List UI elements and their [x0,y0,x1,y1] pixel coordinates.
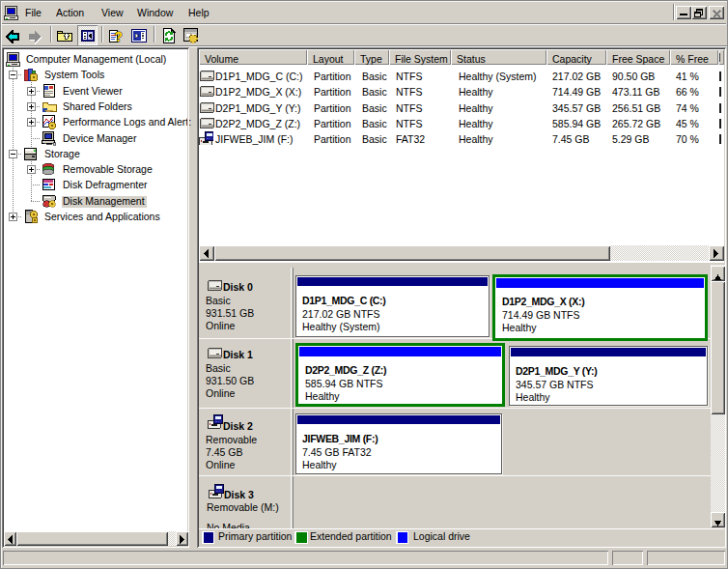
svg-text:?: ? [115,29,124,44]
